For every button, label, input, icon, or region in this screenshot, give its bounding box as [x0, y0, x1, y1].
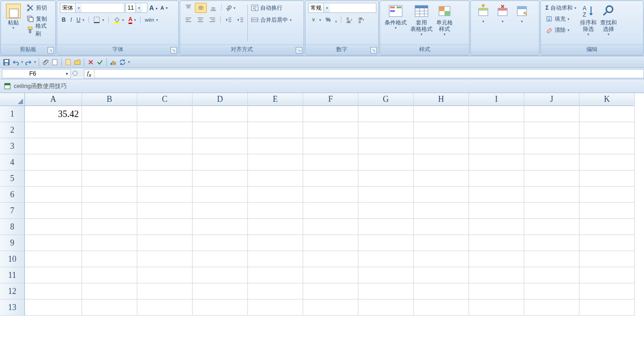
comma-button[interactable]: ,	[334, 15, 339, 25]
cell[interactable]	[469, 251, 524, 267]
cell[interactable]	[580, 283, 635, 299]
column-header[interactable]: G	[358, 93, 414, 106]
cell[interactable]	[193, 106, 248, 122]
cell[interactable]	[358, 187, 414, 203]
cell[interactable]	[82, 106, 137, 122]
merge-center-button[interactable]: 合并后居中 ▾	[249, 15, 293, 25]
undo-icon[interactable]	[12, 59, 19, 66]
cell[interactable]	[524, 106, 580, 122]
number-launcher[interactable]: ↘	[370, 47, 377, 53]
new-icon[interactable]	[51, 59, 59, 66]
cell[interactable]	[358, 251, 414, 267]
column-header[interactable]: I	[469, 93, 524, 106]
fx-button[interactable]: fx	[84, 70, 94, 78]
autosum-button[interactable]: Σ自动求和▾	[544, 3, 578, 13]
format-painter-button[interactable]: 格式刷	[25, 25, 53, 35]
cell[interactable]	[414, 251, 469, 267]
cell[interactable]	[137, 299, 193, 316]
conditional-format-button[interactable]: 条件格式 ▾	[383, 3, 409, 31]
cell[interactable]	[248, 299, 303, 316]
column-header[interactable]: F	[303, 93, 358, 106]
cell[interactable]	[82, 267, 137, 283]
open-icon[interactable]	[74, 59, 81, 66]
row-header[interactable]: 9	[0, 235, 25, 251]
cell[interactable]	[82, 251, 137, 267]
cell[interactable]	[137, 106, 193, 122]
chevron-down-icon[interactable]: ▾	[34, 60, 36, 64]
cell[interactable]	[524, 251, 580, 267]
cell[interactable]	[469, 170, 524, 187]
cell[interactable]	[137, 122, 193, 138]
cell[interactable]	[524, 170, 580, 187]
align-left-button[interactable]	[183, 15, 194, 25]
decrease-font-button[interactable]: A▾	[159, 3, 169, 13]
paste-button[interactable]: 粘贴 ▾	[4, 3, 23, 31]
cell[interactable]	[414, 219, 469, 235]
cell[interactable]	[414, 203, 469, 219]
cell[interactable]	[524, 267, 580, 283]
chevron-down-icon[interactable]: ▾	[63, 71, 70, 76]
cell[interactable]	[82, 138, 137, 154]
cell[interactable]	[303, 299, 358, 316]
cell[interactable]	[358, 106, 414, 122]
cell[interactable]	[580, 235, 635, 251]
insert-button[interactable]: ▾	[474, 3, 493, 24]
fill-color-button[interactable]: ▾	[111, 15, 126, 25]
cell[interactable]	[25, 283, 82, 299]
cell[interactable]	[524, 219, 580, 235]
cell[interactable]	[469, 235, 524, 251]
redo-icon[interactable]	[25, 59, 32, 66]
qat-customize-icon[interactable]: ▾	[128, 60, 130, 64]
cell[interactable]	[193, 203, 248, 219]
cell[interactable]	[193, 170, 248, 187]
refresh-icon[interactable]	[119, 59, 126, 66]
align-center-button[interactable]	[195, 15, 206, 25]
cell[interactable]	[193, 299, 248, 316]
row-header[interactable]: 6	[0, 187, 25, 203]
cell[interactable]	[469, 154, 524, 170]
cell[interactable]	[25, 251, 82, 267]
cell[interactable]	[137, 138, 193, 154]
find-select-button[interactable]: 查找和 选择 ▾	[598, 3, 619, 37]
increase-decimal-button[interactable]: .0.00	[344, 15, 355, 25]
cell[interactable]	[414, 106, 469, 122]
cell[interactable]	[414, 187, 469, 203]
align-right-button[interactable]	[207, 15, 218, 25]
cell[interactable]	[303, 203, 358, 219]
format-button[interactable]: ▾	[512, 3, 532, 24]
cell[interactable]	[25, 219, 82, 235]
font-launcher[interactable]: ↘	[170, 47, 177, 53]
cell[interactable]	[82, 299, 137, 316]
cell[interactable]	[414, 138, 469, 154]
cell[interactable]	[580, 170, 635, 187]
cell[interactable]	[82, 154, 137, 170]
cell[interactable]	[193, 122, 248, 138]
align-top-button[interactable]	[183, 3, 194, 13]
chevron-down-icon[interactable]: ▾	[135, 3, 142, 12]
cell[interactable]	[248, 283, 303, 299]
attach-icon[interactable]	[42, 59, 49, 66]
row-header[interactable]: 11	[0, 267, 25, 283]
column-header[interactable]: C	[137, 93, 193, 106]
cell[interactable]	[248, 219, 303, 235]
cell[interactable]	[580, 122, 635, 138]
column-header[interactable]: K	[580, 93, 635, 106]
cell[interactable]	[524, 299, 580, 316]
cell[interactable]	[303, 106, 358, 122]
cell[interactable]	[358, 283, 414, 299]
expand-name-icon[interactable]	[71, 70, 79, 78]
name-box[interactable]: F6 ▾	[2, 69, 71, 78]
cell[interactable]	[25, 203, 82, 219]
cell[interactable]	[524, 187, 580, 203]
font-size-combo[interactable]: 11 ▾	[125, 3, 147, 13]
chevron-down-icon[interactable]: ▾	[21, 60, 23, 64]
alignment-launcher[interactable]: ↘	[296, 47, 302, 53]
row-header[interactable]: 1	[0, 106, 25, 122]
chevron-down-icon[interactable]: ▾	[323, 3, 330, 12]
chevron-down-icon[interactable]: ▾	[75, 3, 82, 12]
border-button[interactable]: ▾	[91, 15, 106, 25]
cell[interactable]	[248, 235, 303, 251]
font-color-button[interactable]: A▾	[127, 15, 138, 25]
cell[interactable]	[25, 187, 82, 203]
cell[interactable]	[580, 267, 635, 283]
